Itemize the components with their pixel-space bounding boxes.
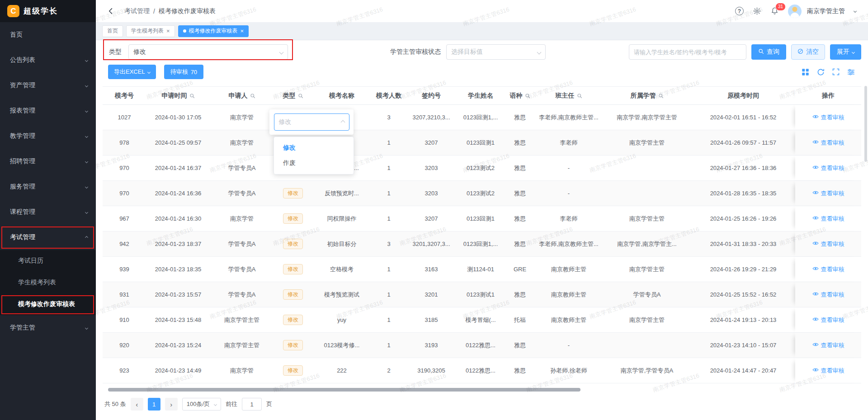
search-input[interactable]: [629, 44, 746, 60]
column-header-label: 模考名称: [329, 92, 354, 100]
tab-0[interactable]: 首页: [102, 25, 123, 37]
column-settings-icon[interactable]: [847, 68, 855, 76]
sidebar-item-5[interactable]: 招聘管理: [0, 149, 96, 174]
search-icon[interactable]: [189, 93, 195, 99]
status-filter-select[interactable]: 选择目标值: [446, 44, 546, 60]
goto-page-input[interactable]: [242, 398, 262, 411]
cell-language: 雅思: [505, 206, 535, 231]
cell-count: 2: [371, 358, 406, 383]
view-review-link[interactable]: 查看审核: [812, 265, 844, 274]
refresh-icon[interactable]: [817, 68, 825, 76]
sidebar-item-6[interactable]: 服务管理: [0, 174, 96, 199]
sidebar-item-label: 首页: [10, 31, 23, 39]
horizontal-scrollbar-thumb[interactable]: [108, 388, 580, 392]
prev-page-button[interactable]: ‹: [131, 398, 143, 411]
type-filter-select[interactable]: 修改: [128, 44, 288, 60]
chevron-down-icon: [85, 326, 88, 329]
search-icon[interactable]: [298, 93, 303, 99]
view-review-link[interactable]: 查看审核: [812, 189, 844, 198]
tab-1[interactable]: 学生模考列表×: [126, 25, 175, 37]
sidebar-item-2[interactable]: 资产管理: [0, 73, 96, 98]
sidebar: C 超级学长 首页公告列表资产管理报表管理教学管理招聘管理服务管理课程管理考试管…: [0, 0, 96, 420]
notifications-bell-icon[interactable]: 31: [770, 7, 779, 15]
table-row-7: 9312024-01-23 15:57学管专员A修改模考预览测试13201012…: [103, 282, 861, 307]
sidebar-subitem-2[interactable]: 模考修改作废审核表: [0, 293, 96, 315]
sidebar-item-8[interactable]: 考试管理: [0, 225, 96, 250]
sidebar-subitem-0[interactable]: 考试日历: [0, 250, 96, 272]
type-column-filter-select[interactable]: 修改: [274, 113, 349, 131]
next-page-button[interactable]: ›: [165, 398, 178, 411]
sidebar-item-0[interactable]: 首页: [0, 22, 96, 47]
sidebar-subitem-1[interactable]: 学生模考列表: [0, 272, 96, 293]
user-name[interactable]: 南京学管主管: [807, 7, 845, 15]
sidebar-item-7[interactable]: 课程管理: [0, 199, 96, 225]
view-review-link[interactable]: 查看审核: [812, 341, 844, 349]
close-icon[interactable]: ×: [241, 28, 244, 34]
search-icon[interactable]: [577, 93, 582, 99]
expand-button[interactable]: 展开: [830, 44, 861, 60]
sidebar-item-label: 考试管理: [10, 233, 35, 241]
pending-review-button[interactable]: 待审核 70: [164, 65, 203, 79]
breadcrumb-parent[interactable]: 考试管理: [124, 7, 150, 15]
content: 类型 修改 学管主管审核状态 选择目标值: [96, 44, 868, 411]
column-header-9[interactable]: 班主任: [535, 92, 603, 100]
sidebar-menu: 首页公告列表资产管理报表管理教学管理招聘管理服务管理课程管理考试管理考试日历学生…: [0, 22, 96, 340]
type-badge: 修改: [283, 340, 303, 351]
view-review-link[interactable]: 查看审核: [812, 215, 844, 223]
column-header-3[interactable]: 类型: [274, 92, 312, 100]
view-review-label: 查看审核: [821, 367, 844, 375]
query-button[interactable]: 查询: [751, 44, 786, 60]
cell-contract_no: 3193: [406, 333, 456, 358]
cell-actions: 查看审核: [795, 130, 861, 155]
search-icon[interactable]: [250, 93, 255, 99]
type-badge: 修改: [283, 315, 303, 326]
view-review-link[interactable]: 查看审核: [812, 240, 844, 248]
column-header-8[interactable]: 语种: [505, 92, 535, 100]
cell-language: GRE: [505, 257, 535, 282]
fullscreen-icon[interactable]: [832, 68, 840, 76]
sidebar-item-9[interactable]: 学管主管: [0, 315, 96, 340]
cell-applicant: 学管专员A: [210, 257, 274, 282]
view-review-link[interactable]: 查看审核: [812, 164, 844, 172]
sidebar-item-3[interactable]: 报表管理: [0, 98, 96, 123]
column-header-2[interactable]: 申请人: [210, 92, 274, 100]
search-icon[interactable]: [525, 93, 530, 99]
grid-view-icon[interactable]: [802, 68, 809, 76]
avatar[interactable]: [788, 5, 802, 18]
export-excel-button[interactable]: 导出EXCEL: [108, 65, 156, 79]
cell-count: 3: [371, 105, 406, 130]
chevron-up-icon: [85, 236, 88, 239]
column-header-1[interactable]: 申请时间: [146, 92, 210, 100]
view-review-label: 查看审核: [821, 215, 844, 223]
view-review-link[interactable]: 查看审核: [812, 139, 844, 147]
type-option-1[interactable]: 作废: [274, 156, 354, 171]
cell-manager: [603, 181, 691, 206]
view-review-link[interactable]: 查看审核: [812, 367, 844, 375]
tab-2[interactable]: 模考修改作废审核表×: [178, 25, 249, 37]
chevron-down-icon[interactable]: [854, 9, 857, 13]
column-header-10[interactable]: 所属学管: [603, 92, 691, 100]
close-icon[interactable]: ×: [166, 28, 170, 34]
cell-student: 0123测试1: [456, 282, 505, 307]
type-option-0[interactable]: 修改: [274, 140, 354, 156]
search-icon[interactable]: [658, 93, 664, 99]
column-header-label: 类型: [283, 92, 296, 100]
cell-student: 0123回测1: [456, 130, 505, 155]
page-size-select[interactable]: 100条/页: [182, 398, 221, 411]
help-icon[interactable]: [735, 7, 744, 15]
current-page-button[interactable]: 1: [148, 398, 160, 411]
clear-button[interactable]: 清空: [791, 44, 825, 60]
main-area: 考试管理 / 模考修改作废审核表 31 南京学管主管 首页学生模考列表×模考修改…: [96, 0, 868, 420]
sidebar-item-1[interactable]: 公告列表: [0, 47, 96, 73]
sidebar-item-4[interactable]: 教学管理: [0, 123, 96, 149]
sidebar-item-label: 教学管理: [10, 132, 35, 140]
view-review-link[interactable]: 查看审核: [812, 113, 844, 122]
view-review-link[interactable]: 查看审核: [812, 291, 844, 299]
vertical-scrollbar-thumb[interactable]: [864, 86, 867, 162]
cell-exam_name: 同权限操作: [312, 206, 371, 231]
gear-icon[interactable]: [753, 7, 761, 15]
cell-manager: 南京学管,学管专员A: [603, 358, 691, 383]
view-review-link[interactable]: 查看审核: [812, 316, 844, 324]
table-row-3: 9702024-01-24 16:36学管专员A修改反馈预览时...132030…: [103, 181, 861, 206]
back-icon[interactable]: [108, 8, 114, 14]
